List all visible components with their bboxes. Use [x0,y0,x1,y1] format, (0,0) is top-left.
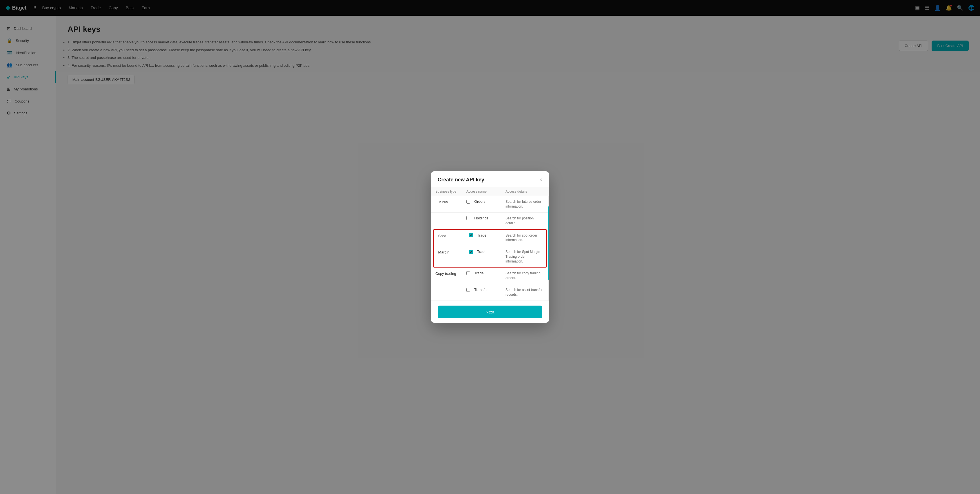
modal-body: Futures Orders Search for futures order … [431,196,549,301]
highlighted-permissions-box: Spot Trade Search for spot order informa… [433,229,547,268]
spot-trade-access: Trade [469,233,506,237]
transfer-access: Transfer [466,288,506,292]
col-access-name: Access name [466,190,506,193]
modal-overlay[interactable]: Create new API key × Business type Acces… [0,0,980,494]
spot-trade-label: Trade [477,233,486,237]
spot-trade-desc: Search for spot order information. [506,233,542,243]
modal-title: Create new API key [438,177,484,183]
transfer-desc: Search for asset transfer records. [506,288,545,297]
copy-trade-access: Trade [466,271,506,275]
futures-holdings-checkbox[interactable] [466,216,470,220]
copy-trading-category: Copy trading [435,271,466,276]
transfer-category [435,288,466,288]
futures-holdings-access: Holdings [466,216,506,220]
transfer-label: Transfer [474,288,488,292]
modal-header: Create new API key × [431,171,549,187]
futures-orders-label: Orders [474,199,485,204]
next-button[interactable]: Next [438,306,542,318]
copy-trade-label: Trade [474,271,484,275]
futures-holdings-row: Holdings Search for position details. [431,213,549,229]
margin-trade-checkbox[interactable] [469,250,473,254]
futures-holdings-category [435,216,466,217]
scroll-thumb[interactable] [548,206,549,280]
futures-orders-access: Orders [466,199,506,204]
copy-trade-checkbox[interactable] [466,271,470,275]
table-header: Business type Access name Access details [431,187,549,196]
create-api-modal: Create new API key × Business type Acces… [431,171,549,322]
scroll-track [548,196,549,301]
spot-trade-checkbox[interactable] [469,233,473,237]
copy-trade-desc: Search for copy trading orders. [506,271,545,280]
margin-trade-label: Trade [477,250,486,254]
futures-holdings-label: Holdings [474,216,488,220]
spot-category: Spot [438,233,469,238]
transfer-row: Transfer Search for asset transfer recor… [431,284,549,301]
transfer-checkbox[interactable] [466,288,470,292]
margin-trade-desc: Search for Spot Margin Trading order inf… [506,250,542,264]
modal-close-button[interactable]: × [539,177,542,183]
col-business-type: Business type [435,190,466,193]
copy-trade-row: Copy trading Trade Search for copy tradi… [431,268,549,284]
margin-trade-row: Margin Trade Search for Spot Margin Trad… [434,246,546,267]
margin-trade-access: Trade [469,250,506,254]
margin-category: Margin [438,250,469,254]
futures-category: Futures [435,199,466,204]
spot-trade-row: Spot Trade Search for spot order informa… [434,230,546,247]
futures-holdings-desc: Search for position details. [506,216,545,226]
futures-orders-checkbox[interactable] [466,200,470,204]
col-access-details: Access details [506,190,545,193]
futures-orders-desc: Search for futures order information. [506,199,545,209]
modal-footer: Next [431,301,549,323]
futures-orders-row: Futures Orders Search for futures order … [431,196,549,213]
